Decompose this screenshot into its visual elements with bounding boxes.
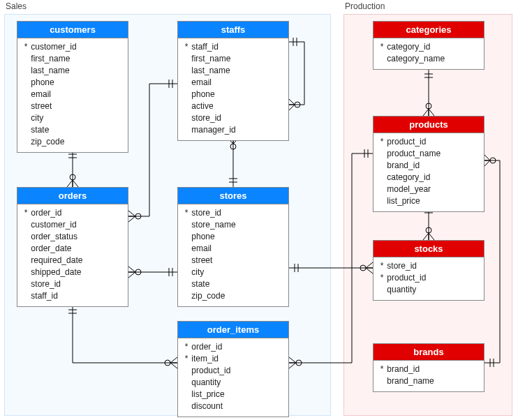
column-stocks-quantity: quantity — [379, 284, 478, 296]
column-orders-shipped_date: shipped_date — [23, 267, 122, 278]
column-orders-customer_id: customer_id — [23, 219, 122, 231]
column-order_items-quantity: quantity — [184, 377, 283, 389]
column-staffs-store_id: store_id — [184, 112, 283, 124]
entity-stocks-header: stocks — [373, 241, 484, 257]
column-stores-store_name: store_name — [184, 219, 283, 231]
entity-orders-header: orders — [17, 188, 128, 204]
entity-categories-header: categories — [373, 22, 484, 38]
column-products-brand_id: brand_id — [379, 160, 478, 172]
column-customers-last_name: last_name — [23, 65, 122, 77]
column-products-product_id: * product_id — [379, 136, 478, 148]
entity-categories[interactable]: categories * category_id category_name — [373, 21, 484, 70]
column-stores-store_id: * store_id — [184, 207, 283, 219]
column-order_items-order_id: * order_id — [184, 341, 283, 353]
entity-order-items-header: order_items — [178, 322, 288, 338]
column-stores-email: email — [184, 243, 283, 255]
column-stocks-store_id: * store_id — [379, 260, 478, 272]
column-customers-phone: phone — [23, 77, 122, 89]
entity-staffs-header: staffs — [178, 22, 288, 38]
column-orders-staff_id: staff_id — [23, 290, 122, 302]
entity-brands-header: brands — [373, 344, 484, 361]
entity-stocks[interactable]: stocks * store_id* product_id quantity — [373, 240, 484, 301]
column-orders-required_date: required_date — [23, 255, 122, 267]
sales-region-label: Sales — [6, 1, 27, 11]
entity-brands-body: * brand_id brand_name — [373, 361, 484, 391]
column-customers-street: street — [23, 100, 122, 112]
column-staffs-manager_id: manager_id — [184, 124, 283, 136]
column-stores-city: city — [184, 267, 283, 278]
column-orders-store_id: store_id — [23, 278, 122, 290]
entity-order-items-body: * order_id* item_id product_id quantity … — [178, 338, 288, 417]
column-stores-street: street — [184, 255, 283, 267]
column-staffs-phone: phone — [184, 89, 283, 100]
column-customers-customer_id: * customer_id — [23, 41, 122, 53]
entity-orders[interactable]: orders * order_id customer_id order_stat… — [17, 187, 128, 307]
entity-staffs[interactable]: staffs * staff_id first_name last_name e… — [177, 21, 289, 141]
entity-brands[interactable]: brands * brand_id brand_name — [373, 343, 484, 392]
entity-orders-body: * order_id customer_id order_status orde… — [17, 204, 128, 306]
column-products-category_id: category_id — [379, 172, 478, 183]
column-stores-state: state — [184, 278, 283, 290]
column-customers-first_name: first_name — [23, 53, 122, 65]
column-order_items-list_price: list_price — [184, 389, 283, 400]
column-customers-state: state — [23, 124, 122, 136]
column-orders-order_date: order_date — [23, 243, 122, 255]
column-categories-category_name: category_name — [379, 53, 478, 65]
column-stores-phone: phone — [184, 231, 283, 243]
entity-categories-body: * category_id category_name — [373, 38, 484, 69]
column-stores-zip_code: zip_code — [184, 290, 283, 302]
column-orders-order_id: * order_id — [23, 207, 122, 219]
column-products-product_name: product_name — [379, 148, 478, 160]
column-products-model_year: model_year — [379, 183, 478, 195]
production-region-label: Production — [345, 1, 385, 11]
column-customers-city: city — [23, 112, 122, 124]
entity-staffs-body: * staff_id first_name last_name email ph… — [178, 38, 288, 140]
column-brands-brand_id: * brand_id — [379, 363, 478, 375]
entity-customers[interactable]: customers * customer_id first_name last_… — [17, 21, 128, 153]
entity-products-header: products — [373, 117, 484, 133]
column-categories-category_id: * category_id — [379, 41, 478, 53]
entity-customers-header: customers — [17, 22, 128, 38]
column-products-list_price: list_price — [379, 195, 478, 207]
column-staffs-staff_id: * staff_id — [184, 41, 283, 53]
column-customers-zip_code: zip_code — [23, 136, 122, 148]
column-customers-email: email — [23, 89, 122, 100]
column-staffs-first_name: first_name — [184, 53, 283, 65]
column-order_items-product_id: product_id — [184, 365, 283, 377]
entity-stores[interactable]: stores * store_id store_name phone email… — [177, 187, 289, 307]
entity-customers-body: * customer_id first_name last_name phone… — [17, 38, 128, 152]
entity-products[interactable]: products * product_id product_name brand… — [373, 116, 484, 212]
entity-stores-header: stores — [178, 188, 288, 204]
entity-order-items[interactable]: order_items * order_id* item_id product_… — [177, 321, 289, 417]
column-stocks-product_id: * product_id — [379, 272, 478, 284]
column-staffs-last_name: last_name — [184, 65, 283, 77]
entity-products-body: * product_id product_name brand_id categ… — [373, 133, 484, 211]
entity-stores-body: * store_id store_name phone email street… — [178, 204, 288, 306]
column-orders-order_status: order_status — [23, 231, 122, 243]
column-order_items-item_id: * item_id — [184, 353, 283, 365]
column-brands-brand_name: brand_name — [379, 375, 478, 387]
entity-stocks-body: * store_id* product_id quantity — [373, 257, 484, 300]
column-order_items-discount: discount — [184, 400, 283, 412]
column-staffs-active: active — [184, 100, 283, 112]
column-staffs-email: email — [184, 77, 283, 89]
